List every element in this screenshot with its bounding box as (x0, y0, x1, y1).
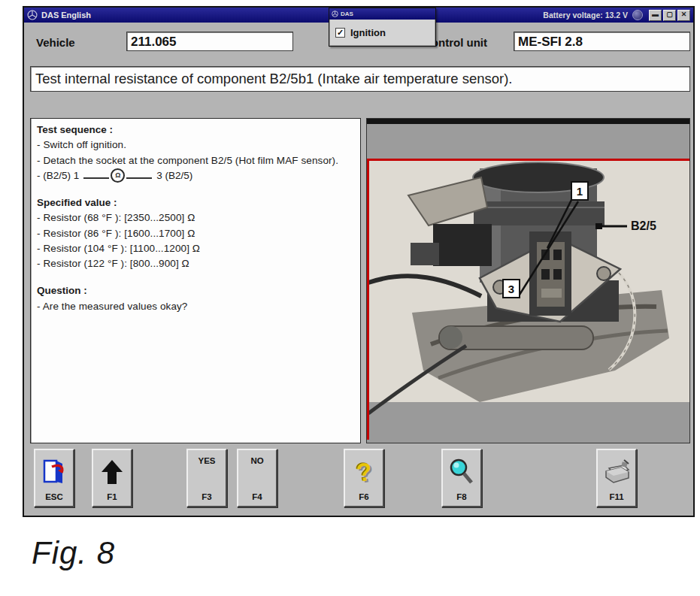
wire-left-icon (83, 177, 109, 179)
test-sequence-panel: Test sequence : - Switch off ignition. -… (30, 118, 361, 443)
vehicle-label: Vehicle (36, 36, 75, 49)
specified-value: - Resistor (122 °F ): [800...900] Ω (37, 256, 354, 271)
schematic-prefix: - (B2/5) 1 (37, 168, 79, 183)
ignition-menu-item[interactable]: ✓ Ignition (329, 20, 435, 46)
spacer (37, 271, 354, 283)
esc-button-label: ESC (35, 492, 73, 501)
popup-title: DAS (341, 11, 353, 17)
specified-value: - Resistor (86 °F ): [1600...1700] Ω (37, 226, 354, 241)
specified-value: - Resistor (68 °F ): [2350...2500] Ω (37, 210, 354, 225)
component-designation-label: B2/5 (631, 219, 656, 233)
das-window: DAS English Battery voltage: 13.2 V ▬ ▢ … (23, 6, 695, 517)
f11-button-label: F11 (598, 492, 635, 501)
question-heading: Question : (37, 283, 354, 298)
maf-sensor-photo (367, 119, 689, 443)
callout-pin-3: 3 (502, 279, 520, 298)
vehicle-field[interactable]: 211.065 (126, 32, 293, 51)
page: { "titlebar": { "title": "DAS English", … (0, 0, 700, 596)
specified-value: - Resistor (104 °F ): [1100...1200] Ω (37, 241, 354, 256)
no-f4-button[interactable]: NO F4 (237, 449, 277, 507)
callout-pin-1: 1 (571, 181, 589, 201)
zoom-f8-button[interactable]: F8 (441, 449, 482, 507)
mercedes-star-icon (27, 10, 38, 20)
exit-door-icon (35, 456, 73, 488)
component-photo-panel: 1 3 B2/5 (366, 118, 690, 443)
f4-button-label: F4 (238, 492, 276, 501)
schematic-suffix: 3 (B2/5) (156, 168, 192, 183)
ignition-item-label: Ignition (350, 27, 386, 38)
f3-button-label: F3 (188, 492, 226, 501)
magnifier-icon (443, 456, 480, 488)
f8-button-label: F8 (443, 492, 480, 501)
ohmmeter-icon: Ω (111, 168, 125, 183)
specified-value-heading: Specified value : (37, 195, 354, 210)
esc-button[interactable]: ESC (34, 449, 74, 507)
test-sequence-heading: Test sequence : (37, 123, 354, 138)
status-orb-icon (632, 10, 643, 20)
mercedes-star-icon (332, 11, 338, 17)
minimize-button[interactable]: ▬ (649, 10, 662, 21)
battery-voltage: Battery voltage: 13.2 V (543, 11, 628, 20)
printer-icon (598, 456, 635, 488)
question-text: - Are the measured values okay? (37, 299, 354, 314)
f1-button-label: F1 (93, 492, 131, 501)
print-f11-button[interactable]: F11 (596, 449, 637, 507)
f6-button-label: F6 (345, 492, 383, 501)
checked-checkbox-icon[interactable]: ✓ (335, 28, 345, 38)
figure-caption: Fig. 8 (32, 535, 115, 571)
yes-label: YES (188, 456, 226, 465)
f1-button[interactable]: F1 (92, 449, 132, 507)
task-description: Test internal resistance of component B2… (30, 66, 690, 92)
close-button[interactable]: ✕ (677, 10, 690, 21)
control-unit-field[interactable]: ME-SFI 2.8 (514, 32, 690, 51)
test-step: - Detach the socket at the component B2/… (37, 153, 354, 168)
help-question-icon: ? (345, 456, 383, 488)
yes-f3-button[interactable]: YES F3 (186, 449, 227, 507)
test-step: - Switch off ignition. (37, 138, 354, 153)
popup-titlebar[interactable]: DAS (329, 8, 435, 20)
help-f6-button[interactable]: ? F6 (344, 449, 384, 507)
wire-right-icon (126, 177, 152, 179)
up-arrow-icon (93, 456, 131, 488)
spacer (37, 183, 354, 195)
no-label: NO (238, 456, 276, 465)
maximize-button[interactable]: ▢ (663, 10, 676, 21)
window-title: DAS English (41, 11, 91, 20)
das-popup-menu: DAS ✓ Ignition (329, 8, 436, 47)
measurement-schematic: - (B2/5) 1 Ω 3 (B2/5) (37, 168, 354, 183)
